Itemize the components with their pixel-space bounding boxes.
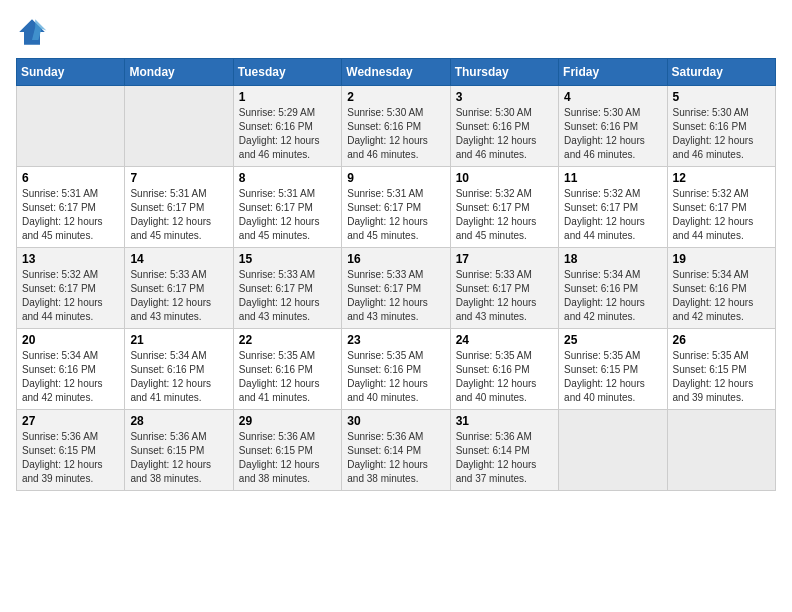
day-info: Sunrise: 5:31 AMSunset: 6:17 PMDaylight:… <box>22 187 119 243</box>
day-info: Sunrise: 5:30 AMSunset: 6:16 PMDaylight:… <box>347 106 444 162</box>
weekday-header: Friday <box>559 59 667 86</box>
day-number: 1 <box>239 90 336 104</box>
calendar-cell: 21Sunrise: 5:34 AMSunset: 6:16 PMDayligh… <box>125 329 233 410</box>
day-number: 24 <box>456 333 553 347</box>
calendar-cell <box>559 410 667 491</box>
day-info: Sunrise: 5:36 AMSunset: 6:14 PMDaylight:… <box>347 430 444 486</box>
day-number: 22 <box>239 333 336 347</box>
calendar-cell: 7Sunrise: 5:31 AMSunset: 6:17 PMDaylight… <box>125 167 233 248</box>
weekday-header: Sunday <box>17 59 125 86</box>
day-number: 25 <box>564 333 661 347</box>
day-number: 4 <box>564 90 661 104</box>
calendar-cell: 17Sunrise: 5:33 AMSunset: 6:17 PMDayligh… <box>450 248 558 329</box>
day-number: 6 <box>22 171 119 185</box>
calendar-cell: 10Sunrise: 5:32 AMSunset: 6:17 PMDayligh… <box>450 167 558 248</box>
day-info: Sunrise: 5:33 AMSunset: 6:17 PMDaylight:… <box>456 268 553 324</box>
calendar-cell: 25Sunrise: 5:35 AMSunset: 6:15 PMDayligh… <box>559 329 667 410</box>
weekday-header: Tuesday <box>233 59 341 86</box>
calendar-cell: 11Sunrise: 5:32 AMSunset: 6:17 PMDayligh… <box>559 167 667 248</box>
day-number: 2 <box>347 90 444 104</box>
day-number: 28 <box>130 414 227 428</box>
day-info: Sunrise: 5:33 AMSunset: 6:17 PMDaylight:… <box>239 268 336 324</box>
day-info: Sunrise: 5:36 AMSunset: 6:15 PMDaylight:… <box>239 430 336 486</box>
day-info: Sunrise: 5:34 AMSunset: 6:16 PMDaylight:… <box>22 349 119 405</box>
calendar-cell: 18Sunrise: 5:34 AMSunset: 6:16 PMDayligh… <box>559 248 667 329</box>
day-number: 20 <box>22 333 119 347</box>
day-info: Sunrise: 5:31 AMSunset: 6:17 PMDaylight:… <box>239 187 336 243</box>
calendar-cell: 15Sunrise: 5:33 AMSunset: 6:17 PMDayligh… <box>233 248 341 329</box>
day-number: 7 <box>130 171 227 185</box>
day-number: 29 <box>239 414 336 428</box>
calendar-cell <box>125 86 233 167</box>
day-number: 13 <box>22 252 119 266</box>
day-info: Sunrise: 5:35 AMSunset: 6:15 PMDaylight:… <box>564 349 661 405</box>
day-info: Sunrise: 5:34 AMSunset: 6:16 PMDaylight:… <box>564 268 661 324</box>
calendar-cell: 4Sunrise: 5:30 AMSunset: 6:16 PMDaylight… <box>559 86 667 167</box>
day-info: Sunrise: 5:33 AMSunset: 6:17 PMDaylight:… <box>130 268 227 324</box>
day-number: 26 <box>673 333 770 347</box>
calendar-cell: 12Sunrise: 5:32 AMSunset: 6:17 PMDayligh… <box>667 167 775 248</box>
weekday-header: Monday <box>125 59 233 86</box>
day-info: Sunrise: 5:34 AMSunset: 6:16 PMDaylight:… <box>673 268 770 324</box>
calendar-cell <box>667 410 775 491</box>
day-number: 16 <box>347 252 444 266</box>
day-number: 12 <box>673 171 770 185</box>
calendar-cell: 2Sunrise: 5:30 AMSunset: 6:16 PMDaylight… <box>342 86 450 167</box>
day-info: Sunrise: 5:36 AMSunset: 6:15 PMDaylight:… <box>22 430 119 486</box>
day-info: Sunrise: 5:35 AMSunset: 6:16 PMDaylight:… <box>239 349 336 405</box>
calendar-cell: 8Sunrise: 5:31 AMSunset: 6:17 PMDaylight… <box>233 167 341 248</box>
day-info: Sunrise: 5:29 AMSunset: 6:16 PMDaylight:… <box>239 106 336 162</box>
calendar-cell: 16Sunrise: 5:33 AMSunset: 6:17 PMDayligh… <box>342 248 450 329</box>
day-number: 17 <box>456 252 553 266</box>
day-number: 21 <box>130 333 227 347</box>
day-info: Sunrise: 5:36 AMSunset: 6:15 PMDaylight:… <box>130 430 227 486</box>
day-number: 14 <box>130 252 227 266</box>
calendar-cell: 9Sunrise: 5:31 AMSunset: 6:17 PMDaylight… <box>342 167 450 248</box>
calendar-cell: 13Sunrise: 5:32 AMSunset: 6:17 PMDayligh… <box>17 248 125 329</box>
day-number: 8 <box>239 171 336 185</box>
day-info: Sunrise: 5:33 AMSunset: 6:17 PMDaylight:… <box>347 268 444 324</box>
day-number: 19 <box>673 252 770 266</box>
weekday-header: Saturday <box>667 59 775 86</box>
calendar-cell: 5Sunrise: 5:30 AMSunset: 6:16 PMDaylight… <box>667 86 775 167</box>
day-info: Sunrise: 5:30 AMSunset: 6:16 PMDaylight:… <box>456 106 553 162</box>
day-info: Sunrise: 5:31 AMSunset: 6:17 PMDaylight:… <box>347 187 444 243</box>
day-info: Sunrise: 5:32 AMSunset: 6:17 PMDaylight:… <box>673 187 770 243</box>
day-info: Sunrise: 5:35 AMSunset: 6:16 PMDaylight:… <box>347 349 444 405</box>
calendar-cell: 30Sunrise: 5:36 AMSunset: 6:14 PMDayligh… <box>342 410 450 491</box>
day-number: 18 <box>564 252 661 266</box>
day-number: 11 <box>564 171 661 185</box>
logo-icon <box>16 16 48 48</box>
day-info: Sunrise: 5:32 AMSunset: 6:17 PMDaylight:… <box>22 268 119 324</box>
calendar-cell: 24Sunrise: 5:35 AMSunset: 6:16 PMDayligh… <box>450 329 558 410</box>
calendar-cell: 22Sunrise: 5:35 AMSunset: 6:16 PMDayligh… <box>233 329 341 410</box>
calendar-cell: 29Sunrise: 5:36 AMSunset: 6:15 PMDayligh… <box>233 410 341 491</box>
weekday-header: Thursday <box>450 59 558 86</box>
calendar-week-row: 27Sunrise: 5:36 AMSunset: 6:15 PMDayligh… <box>17 410 776 491</box>
page-header <box>16 16 776 48</box>
calendar-week-row: 1Sunrise: 5:29 AMSunset: 6:16 PMDaylight… <box>17 86 776 167</box>
calendar-week-row: 20Sunrise: 5:34 AMSunset: 6:16 PMDayligh… <box>17 329 776 410</box>
day-info: Sunrise: 5:30 AMSunset: 6:16 PMDaylight:… <box>673 106 770 162</box>
calendar-header-row: SundayMondayTuesdayWednesdayThursdayFrid… <box>17 59 776 86</box>
calendar-cell: 3Sunrise: 5:30 AMSunset: 6:16 PMDaylight… <box>450 86 558 167</box>
day-number: 27 <box>22 414 119 428</box>
day-info: Sunrise: 5:35 AMSunset: 6:16 PMDaylight:… <box>456 349 553 405</box>
day-info: Sunrise: 5:35 AMSunset: 6:15 PMDaylight:… <box>673 349 770 405</box>
day-number: 10 <box>456 171 553 185</box>
calendar-table: SundayMondayTuesdayWednesdayThursdayFrid… <box>16 58 776 491</box>
calendar-week-row: 13Sunrise: 5:32 AMSunset: 6:17 PMDayligh… <box>17 248 776 329</box>
calendar-cell: 26Sunrise: 5:35 AMSunset: 6:15 PMDayligh… <box>667 329 775 410</box>
day-number: 23 <box>347 333 444 347</box>
calendar-cell: 23Sunrise: 5:35 AMSunset: 6:16 PMDayligh… <box>342 329 450 410</box>
svg-marker-0 <box>19 19 45 45</box>
calendar-cell: 27Sunrise: 5:36 AMSunset: 6:15 PMDayligh… <box>17 410 125 491</box>
calendar-cell: 6Sunrise: 5:31 AMSunset: 6:17 PMDaylight… <box>17 167 125 248</box>
day-number: 9 <box>347 171 444 185</box>
day-info: Sunrise: 5:32 AMSunset: 6:17 PMDaylight:… <box>564 187 661 243</box>
weekday-header: Wednesday <box>342 59 450 86</box>
day-info: Sunrise: 5:34 AMSunset: 6:16 PMDaylight:… <box>130 349 227 405</box>
day-info: Sunrise: 5:31 AMSunset: 6:17 PMDaylight:… <box>130 187 227 243</box>
calendar-week-row: 6Sunrise: 5:31 AMSunset: 6:17 PMDaylight… <box>17 167 776 248</box>
day-number: 3 <box>456 90 553 104</box>
